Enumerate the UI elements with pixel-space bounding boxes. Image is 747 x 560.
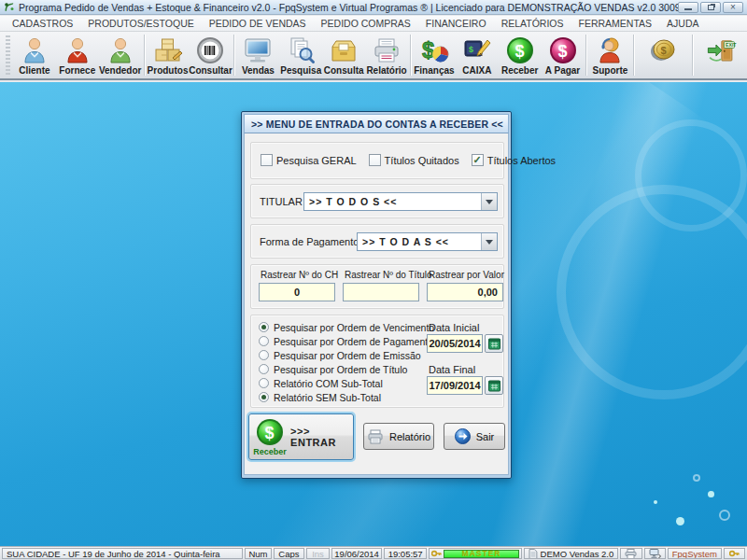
titular-label: TITULAR	[260, 196, 303, 207]
radio-ordem-pagamento[interactable]: Pesquisar por Ordem de Pagamento	[259, 334, 434, 348]
exit-arrow-icon	[455, 428, 471, 444]
contas-a-receber-dialog: >> MENU DE ENTRADA DO CONTAS A RECEBER <…	[241, 111, 512, 479]
toolbar-button-moeda[interactable]: $	[636, 33, 690, 77]
toolbar-button-exit[interactable]: EXIT	[695, 33, 747, 77]
status-user-badge: MASTER	[444, 550, 518, 558]
menu-pedido-compras[interactable]: PEDIDO COMPRAS	[315, 17, 417, 30]
file-drawer-icon	[328, 35, 359, 65]
toolbar-label: Vendedor	[99, 65, 142, 76]
dialog-title: >> MENU DE ENTRADA DO CONTAS A RECEBER <…	[251, 119, 503, 130]
document-icon	[529, 549, 538, 559]
data-final-label: Data Final	[429, 364, 475, 375]
toolbar-separator	[410, 35, 411, 76]
toolbar-separator	[233, 35, 234, 76]
rastrear-valor-field[interactable]: 0,00	[427, 283, 503, 301]
status-location: SUA CIDADE - UF 19 de Junho de 2014 - Qu…	[2, 548, 243, 559]
radio-label: Pesquisar por Ordem de Pagamento	[274, 336, 433, 347]
status-network-button[interactable]	[644, 548, 666, 559]
data-inicial-field[interactable]: 20/05/2014	[427, 334, 483, 353]
rastrear-ch-field[interactable]: 0	[259, 283, 335, 301]
receive-dollar-orb-icon: $	[504, 35, 536, 65]
dialog-titlebar[interactable]: >> MENU DE ENTRADA DO CONTAS A RECEBER <…	[244, 114, 509, 133]
toolbar-button-financas[interactable]: $ Finanças	[413, 33, 456, 77]
menu-bar: CADASTROS PRODUTOS/ESTOQUE PEDIDO DE VEN…	[0, 16, 747, 32]
checkbox-titulos-quitados[interactable]: ✓ Títulos Quitados	[369, 154, 459, 166]
toolbar-label: CAIXA	[462, 65, 491, 76]
forma-pagamento-groupbox: Forma de Pagamento >> T O D A S <<	[250, 224, 504, 259]
radio-label: Pesquisar por Ordem de Vencimento	[274, 322, 434, 333]
toolbar-button-produtos[interactable]: Produtos	[147, 33, 190, 77]
checkbox-box: ✓	[369, 154, 381, 166]
key-icon	[431, 549, 442, 558]
status-insert: Ins	[306, 548, 330, 559]
toolbar-button-pesquisa[interactable]: Pesquisa	[279, 33, 322, 77]
dropdown-button[interactable]	[481, 233, 497, 250]
titular-value: >> T O D O S <<	[304, 196, 481, 207]
dropdown-button[interactable]	[481, 193, 497, 210]
menu-relatorios[interactable]: RELATÓRIOS	[495, 17, 571, 30]
product-boxes-icon	[152, 35, 184, 65]
radio-relatorio-sem-subtotal[interactable]: Relatório SEM Sub-Total	[259, 390, 434, 404]
toolbar-button-consultar[interactable]: Consultar	[189, 33, 232, 77]
status-printer-button[interactable]	[620, 548, 641, 559]
computer-icon	[649, 549, 661, 559]
toolbar-button-cliente[interactable]: Cliente	[13, 33, 56, 77]
entrar-button-label: >>> ENTRAR	[290, 426, 349, 448]
barcode-icon	[194, 35, 226, 65]
sair-button-label: Sair	[476, 431, 495, 442]
status-key-button[interactable]	[724, 548, 745, 559]
toolbar-button-a-pagar[interactable]: $ A Pagar	[542, 33, 585, 77]
client-person-icon	[19, 35, 50, 65]
restore-button[interactable]	[700, 2, 721, 13]
close-button[interactable]: ×	[723, 2, 743, 13]
search-documents-icon	[285, 35, 317, 65]
data-final-field[interactable]: 17/09/2014	[427, 376, 483, 395]
menu-ferramentas[interactable]: FERRAMENTAS	[572, 17, 659, 30]
relatorio-button-label: Relatório	[389, 431, 430, 442]
radio-ordem-titulo[interactable]: Pesquisar por Ordem de Título	[259, 362, 434, 376]
radio-ordem-emissao[interactable]: Pesquisar por Ordem de Emissão	[259, 348, 434, 362]
printer-icon	[367, 429, 384, 444]
toolbar-button-caixa[interactable]: $ CAIXA	[456, 33, 499, 77]
toolbar-button-vendedor[interactable]: Vendedor	[99, 33, 142, 77]
toolbar-button-receber[interactable]: $ Receber	[499, 33, 542, 77]
status-bar: SUA CIDADE - UF 19 de Junho de 2014 - Qu…	[0, 546, 747, 560]
support-person-icon	[594, 35, 626, 65]
key-icon	[729, 549, 740, 558]
forma-pagamento-combobox[interactable]: >> T O D A S <<	[357, 232, 498, 251]
sair-button[interactable]: Sair	[444, 423, 505, 450]
menu-pedido-de-vendas[interactable]: PEDIDO DE VENDAS	[203, 17, 313, 30]
radio-relatorio-com-subtotal[interactable]: Relatório COM Sub-Total	[259, 376, 434, 390]
close-icon: ×	[730, 2, 736, 12]
rastrear-titulo-field[interactable]	[343, 283, 419, 301]
toolbar-button-vendas[interactable]: Vendas	[236, 33, 279, 77]
checkbox-label: Títulos Abertos	[487, 155, 556, 166]
radio-ordem-vencimento[interactable]: Pesquisar por Ordem de Vencimento	[259, 320, 434, 334]
relatorio-button[interactable]: Relatório	[363, 423, 434, 450]
menu-cadastros[interactable]: CADASTROS	[6, 17, 79, 30]
toolbar-button-fornece[interactable]: Fornece	[56, 33, 99, 77]
monitor-icon	[242, 35, 274, 65]
entrar-button[interactable]: $ Receber >>> ENTRAR	[248, 413, 354, 460]
data-final-calendar-button[interactable]	[485, 376, 503, 395]
data-inicial-calendar-button[interactable]	[485, 334, 503, 353]
status-num-lock: Num	[245, 548, 272, 559]
titular-combobox[interactable]: >> T O D O S <<	[303, 192, 498, 211]
minimize-button[interactable]	[678, 2, 698, 13]
checkbox-pesquisa-geral[interactable]: ✓ Pesquisa GERAL	[261, 154, 357, 166]
menu-ajuda[interactable]: AJUDA	[660, 17, 705, 30]
forma-pagamento-label: Forma de Pagamento	[260, 236, 359, 247]
svg-text:$: $	[422, 37, 435, 63]
toolbar-button-consulta[interactable]: Consulta	[322, 33, 365, 77]
toolbar-button-relatorio[interactable]: Relatório	[365, 33, 408, 77]
toolbar-button-suporte[interactable]: Suporte	[588, 33, 631, 77]
checkbox-titulos-abertos[interactable]: ✓ Títulos Abertos	[472, 154, 556, 166]
chevron-down-icon	[486, 240, 493, 245]
decorative-dot	[708, 491, 714, 497]
menu-financeiro[interactable]: FINANCEIRO	[419, 17, 493, 30]
decorative-dot	[654, 500, 657, 504]
rastrear-groupbox: Rastrear Nº do CH 0 Rastrear Nº do Títul…	[250, 264, 504, 309]
restore-icon	[708, 5, 714, 10]
radio-circle	[259, 378, 269, 388]
menu-produtos-estoque[interactable]: PRODUTOS/ESTOQUE	[81, 17, 200, 30]
